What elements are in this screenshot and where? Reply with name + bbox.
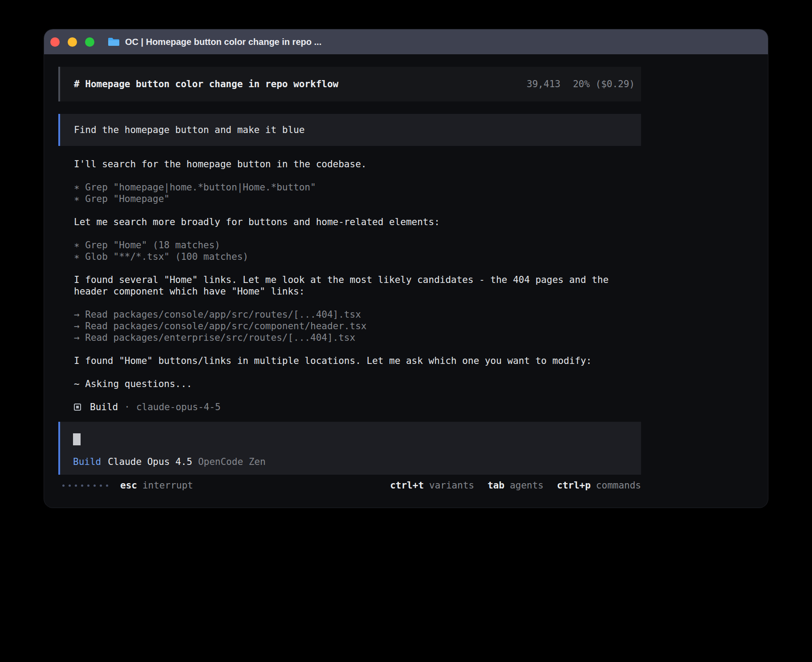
- tool-call-grep: ∗ Grep "Homepage": [74, 193, 641, 205]
- tab-key: tab: [487, 480, 504, 491]
- status-bar: esc interrupt ctrl+t variants tab agents…: [58, 480, 641, 491]
- ctrl-p-key: ctrl+p: [557, 480, 591, 491]
- zoom-button[interactable]: [85, 37, 94, 47]
- minimize-button[interactable]: [68, 37, 77, 47]
- session-header: # Homepage button color change in repo w…: [58, 67, 641, 101]
- agent-part-icon: [74, 404, 81, 411]
- agents-hint: tab agents: [487, 480, 544, 491]
- user-message: Find the homepage button and make it blu…: [58, 114, 641, 146]
- spinner-dots: [62, 484, 108, 487]
- variants-hint: ctrl+t variants: [390, 480, 474, 491]
- interrupt-hint: esc interrupt: [120, 480, 193, 491]
- text-cursor: [73, 433, 81, 445]
- assistant-text: I found "Home" buttons/links in multiple…: [74, 355, 641, 367]
- agent-status-row: Build · claude-opus-4-5: [74, 401, 641, 413]
- assistant-text: I'll search for the homepage button in t…: [74, 158, 641, 170]
- agents-label: agents: [510, 480, 544, 491]
- conversation: I'll search for the homepage button in t…: [58, 158, 641, 413]
- window-title: OC | Homepage button color change in rep…: [125, 37, 321, 47]
- agent-name: Build: [90, 401, 118, 413]
- commands-hint: ctrl+p commands: [557, 480, 641, 491]
- traffic-lights: [50, 37, 94, 47]
- folder-icon: [108, 37, 120, 47]
- tool-call-read: → Read packages/console/app/src/componen…: [74, 320, 641, 332]
- ctrl-t-key: ctrl+t: [390, 480, 424, 491]
- tool-call-grep: ∗ Grep "Home" (18 matches): [74, 239, 641, 251]
- session-title: # Homepage button color change in repo w…: [74, 78, 338, 90]
- esc-key: esc: [120, 480, 137, 491]
- token-count: 39,413: [527, 78, 560, 90]
- prompt-input[interactable]: Build Claude Opus 4.5 OpenCode Zen: [58, 422, 641, 475]
- close-button[interactable]: [50, 37, 60, 47]
- agent-model: claude-opus-4-5: [136, 401, 221, 413]
- window-titlebar[interactable]: OC | Homepage button color change in rep…: [44, 29, 768, 54]
- separator-dot: ·: [124, 401, 130, 413]
- user-message-text: Find the homepage button and make it blu…: [74, 125, 304, 135]
- interrupt-label: interrupt: [142, 480, 193, 491]
- provider-label: OpenCode Zen: [198, 456, 266, 468]
- model-label[interactable]: Claude Opus 4.5: [108, 456, 192, 468]
- commands-label: commands: [596, 480, 641, 491]
- agent-mode-label[interactable]: Build: [73, 456, 101, 468]
- assistant-text: Let me search more broadly for buttons a…: [74, 216, 641, 228]
- working-status: ~ Asking questions...: [74, 378, 641, 390]
- assistant-text: I found several "Home" links. Let me loo…: [74, 274, 641, 297]
- keyboard-hints: ctrl+t variants tab agents ctrl+p comman…: [390, 480, 641, 491]
- tool-call-grep: ∗ Grep "homepage|home.*button|Home.*butt…: [74, 182, 641, 193]
- variants-label: variants: [429, 480, 474, 491]
- session-stats: 39,413 20% ($0.29): [527, 78, 635, 90]
- input-meta-row: Build Claude Opus 4.5 OpenCode Zen: [73, 456, 627, 468]
- tool-call-read: → Read packages/enterprise/src/routes/[.…: [74, 332, 641, 343]
- context-usage: 20% ($0.29): [573, 78, 635, 90]
- tool-call-read: → Read packages/console/app/src/routes/[…: [74, 309, 641, 320]
- terminal-window: OC | Homepage button color change in rep…: [44, 29, 768, 508]
- tool-call-glob: ∗ Glob "**/*.tsx" (100 matches): [74, 251, 641, 262]
